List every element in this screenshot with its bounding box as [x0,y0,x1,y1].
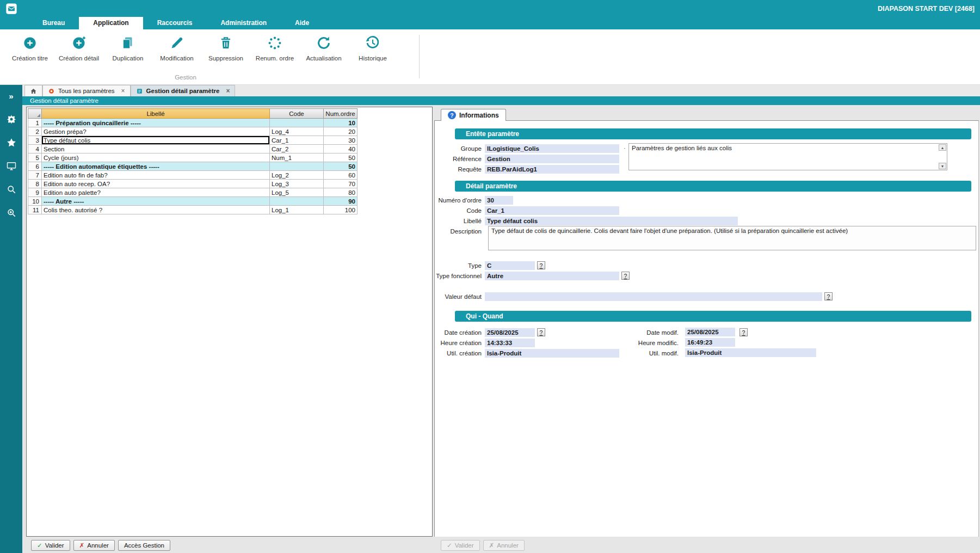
table-row[interactable]: 8 Edition auto recep. OA? Log_3 70 [28,180,358,188]
table-row[interactable]: 10 ----- Autre ----- 90 [28,197,358,206]
creation-detail-button[interactable]: Création détail [54,33,103,62]
description-field[interactable]: Type défaut de colis de quincaillerie. C… [488,226,976,250]
cell-code[interactable]: Log_3 [270,180,324,188]
row-number[interactable]: 1 [28,119,42,127]
code-field[interactable]: Car_1 [485,206,619,215]
help-valeur-defaut-button[interactable]: ? [824,292,833,300]
cell-num[interactable]: 60 [324,171,358,180]
row-number[interactable]: 10 [28,197,42,206]
tab-home[interactable] [24,85,42,96]
groupe-comment-box[interactable]: Paramètres de gestion liés aux colis ▲ ▼ [628,143,947,170]
modification-button[interactable]: Modification [152,33,201,62]
duplication-button[interactable]: Duplication [103,33,152,62]
valider-button[interactable]: ✓ Valider [31,540,70,551]
row-number[interactable]: 9 [28,188,42,197]
table-row[interactable]: 11 Colis theo. autorisé ? Log_1 100 [28,206,358,214]
historique-button[interactable]: Historique [348,33,397,62]
table-row[interactable]: 1 ----- Préparation quincaillerie ----- … [28,119,358,127]
cell-libelle[interactable]: Section [42,145,270,153]
cell-code[interactable] [270,197,324,206]
cell-libelle[interactable]: Gestion prépa? [42,127,270,136]
expand-panel-button[interactable]: » [4,89,19,102]
cell-libelle[interactable]: Edition auto fin de fab? [42,171,270,180]
scroll-up-icon[interactable]: ▲ [939,144,946,151]
tab-informations[interactable]: ? Informations [441,109,506,121]
grid-col-num[interactable]: Num.ordre [324,109,358,119]
cell-num[interactable]: 80 [324,188,358,197]
cell-code[interactable]: Log_4 [270,127,324,136]
settings-sidebar-button[interactable] [4,113,19,126]
menu-raccourcis[interactable]: Raccourcis [143,17,207,29]
help-type-fonctionnel-button[interactable]: ? [621,272,630,280]
cell-libelle[interactable]: ----- Préparation quincaillerie ----- [42,119,270,127]
cell-code[interactable]: Log_5 [270,188,324,197]
table-row[interactable]: 2 Gestion prépa? Log_4 20 [28,127,358,136]
grid-col-libelle[interactable]: Libellé [42,109,270,119]
cell-code[interactable] [270,119,324,127]
menu-administration[interactable]: Administration [206,17,281,29]
date-creation-field[interactable]: 25/08/2025 [485,328,535,337]
date-modif-field[interactable]: 25/08/2025 [685,328,735,336]
valider-button-disabled[interactable]: ✓ Valider [441,540,480,551]
type-fonctionnel-field[interactable]: Autre [485,272,619,280]
menu-application[interactable]: Application [79,17,143,29]
suppression-button[interactable]: Suppression [201,33,250,62]
scroll-down-icon[interactable]: ▼ [939,163,946,169]
type-field[interactable]: C [485,261,535,270]
requete-field[interactable]: REB.ParAidLog1 [485,165,619,174]
annuler-button[interactable]: ✗ Annuler [73,540,115,551]
close-tab-icon[interactable]: × [226,87,230,95]
cell-num[interactable]: 90 [324,197,358,206]
util-modif-field[interactable]: Isia-Produit [685,348,816,357]
table-row[interactable]: 9 Edition auto palette? Log_5 80 [28,188,358,197]
cell-libelle[interactable]: ----- Edition automatique étiquettes ---… [42,162,270,171]
reference-field[interactable]: Gestion [485,155,619,163]
row-number[interactable]: 8 [28,180,42,188]
cell-code[interactable]: Log_1 [270,206,324,214]
row-number[interactable]: 7 [28,171,42,180]
cell-libelle[interactable]: ----- Autre ----- [42,197,270,206]
favorites-sidebar-button[interactable] [4,136,19,149]
libelle-field[interactable]: Type défaut colis [485,217,738,225]
close-tab-icon[interactable]: × [121,87,125,95]
cell-num[interactable]: 40 [324,145,358,153]
cell-libelle[interactable]: Edition auto recep. OA? [42,180,270,188]
monitor-sidebar-button[interactable] [4,159,19,173]
table-row[interactable]: 7 Edition auto fin de fab? Log_2 60 [28,171,358,180]
cell-code[interactable]: Car_1 [270,136,324,145]
cell-code[interactable]: Car_2 [270,145,324,153]
cell-code[interactable]: Num_1 [270,153,324,162]
cell-num[interactable]: 30 [324,136,358,145]
cell-code[interactable] [270,162,324,171]
creation-titre-button[interactable]: Création titre [5,33,54,62]
groupe-field[interactable]: ILogistique_Colis [485,144,619,153]
row-number[interactable]: 2 [28,127,42,136]
search-sidebar-button[interactable] [4,183,19,196]
grid-corner-cell[interactable] [28,109,42,119]
help-date-creation-button[interactable]: ? [537,328,545,336]
grid-col-code[interactable]: Code [270,109,324,119]
cell-libelle[interactable]: Colis theo. autorisé ? [42,206,270,214]
cell-num[interactable]: 10 [324,119,358,127]
help-date-modif-button[interactable]: ? [739,328,748,336]
renum-ordre-button[interactable]: Renum. ordre [250,33,299,62]
table-row[interactable]: 6 ----- Edition automatique étiquettes -… [28,162,358,171]
advanced-search-sidebar-button[interactable] [4,206,19,219]
row-number[interactable]: 5 [28,153,42,162]
actualisation-button[interactable]: Actualisation [299,33,348,62]
cell-num[interactable]: 50 [324,153,358,162]
help-type-button[interactable]: ? [537,261,545,269]
table-row[interactable]: 4 Section Car_2 40 [28,145,358,153]
cell-libelle-selected[interactable]: Type défaut colis [42,136,270,145]
cell-libelle[interactable]: Edition auto palette? [42,188,270,197]
row-number[interactable]: 11 [28,206,42,214]
heure-creation-field[interactable]: 14:33:33 [485,339,535,347]
cell-num[interactable]: 50 [324,162,358,171]
heure-modif-field[interactable]: 16:49:23 [685,338,735,347]
valeur-defaut-field[interactable] [485,292,822,301]
cell-num[interactable]: 70 [324,180,358,188]
table-row[interactable]: 5 Cycle (jours) Num_1 50 [28,153,358,162]
cell-libelle[interactable]: Cycle (jours) [42,153,270,162]
table-row-selected[interactable]: 3 Type défaut colis Car_1 30 [28,136,358,145]
cell-code[interactable]: Log_2 [270,171,324,180]
